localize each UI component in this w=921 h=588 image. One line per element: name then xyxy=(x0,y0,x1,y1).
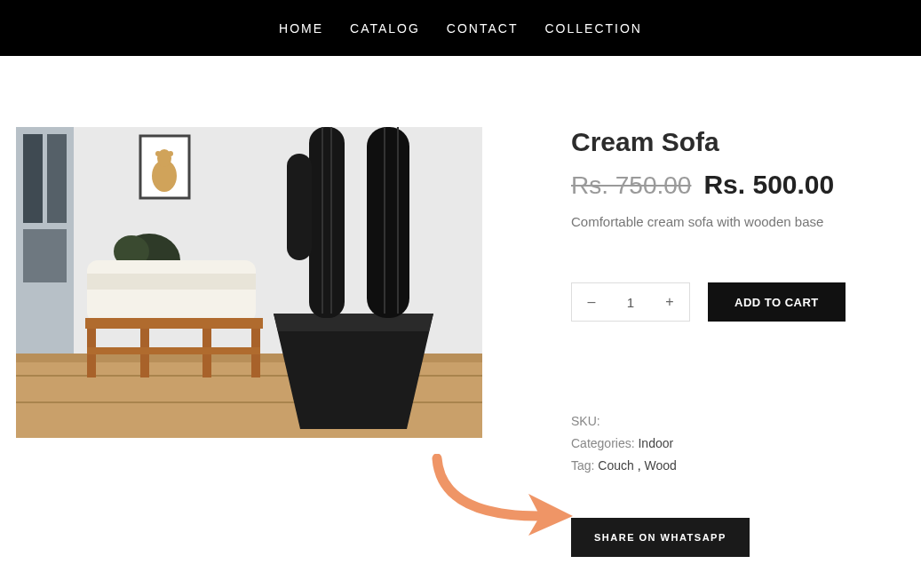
svg-rect-2 xyxy=(23,134,43,223)
svg-rect-17 xyxy=(87,260,256,322)
categories-row: Categories: Indoor xyxy=(571,433,905,455)
product-image-column xyxy=(16,127,482,557)
product-description: Comfortable cream sofa with wooden base xyxy=(571,214,905,229)
main-navbar: HOME CATALOG CONTACT COLLECTION xyxy=(0,0,921,56)
svg-rect-24 xyxy=(87,347,260,354)
tag-label: Tag: xyxy=(571,458,594,473)
svg-rect-19 xyxy=(85,318,263,329)
product-title: Cream Sofa xyxy=(571,127,905,157)
price-new: Rs. 500.00 xyxy=(703,170,834,200)
svg-rect-25 xyxy=(309,127,345,318)
qty-input[interactable] xyxy=(611,283,650,321)
svg-point-12 xyxy=(155,151,161,156)
sku-row: SKU: xyxy=(571,410,905,433)
svg-rect-3 xyxy=(47,134,67,223)
nav-contact[interactable]: CONTACT xyxy=(447,21,519,36)
svg-point-13 xyxy=(168,151,173,156)
nav-home[interactable]: HOME xyxy=(279,21,323,36)
tag-link-wood[interactable]: Wood xyxy=(645,458,677,473)
purchase-row: – + ADD TO CART xyxy=(571,282,905,322)
product-image[interactable] xyxy=(16,127,482,438)
category-link[interactable]: Indoor xyxy=(638,436,673,450)
product-page: Cream Sofa Rs. 750.00 Rs. 500.00 Comfort… xyxy=(0,56,921,588)
svg-rect-4 xyxy=(23,229,67,282)
svg-rect-26 xyxy=(367,127,409,318)
categories-label: Categories: xyxy=(571,436,635,450)
quantity-stepper: – + xyxy=(571,282,690,322)
svg-rect-27 xyxy=(287,154,312,260)
product-meta: SKU: Categories: Indoor Tag: Couch , Woo… xyxy=(571,410,905,478)
nav-catalog[interactable]: CATALOG xyxy=(350,21,420,36)
tags-row: Tag: Couch , Wood xyxy=(571,455,905,477)
tag-separator: , xyxy=(634,458,645,473)
svg-rect-18 xyxy=(87,274,256,290)
price-row: Rs. 750.00 Rs. 500.00 xyxy=(571,170,905,200)
nav-collection[interactable]: COLLECTION xyxy=(544,21,641,36)
add-to-cart-button[interactable]: ADD TO CART xyxy=(708,282,846,322)
price-old: Rs. 750.00 xyxy=(571,171,691,200)
sku-label: SKU: xyxy=(571,414,600,428)
qty-decrease-button[interactable]: – xyxy=(572,283,611,321)
tag-link-couch[interactable]: Couch xyxy=(598,458,633,473)
share-whatsapp-button[interactable]: SHARE ON WHATSAPP xyxy=(571,518,750,557)
qty-increase-button[interactable]: + xyxy=(650,283,689,321)
product-details-column: Cream Sofa Rs. 750.00 Rs. 500.00 Comfort… xyxy=(571,127,905,557)
